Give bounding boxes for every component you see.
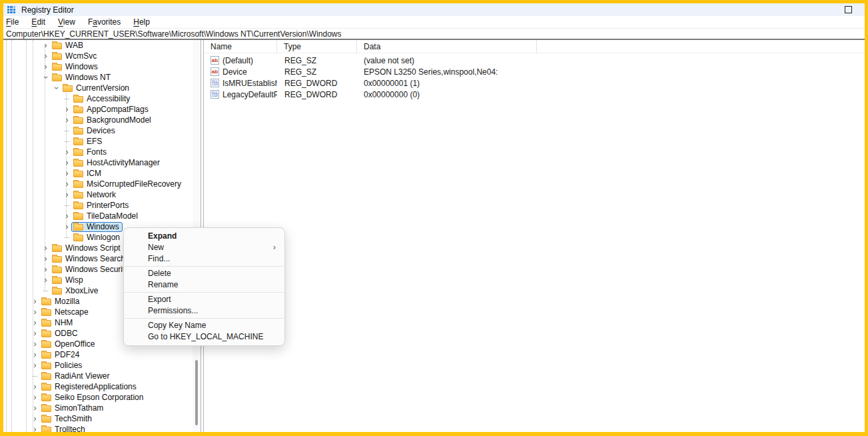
- context-menu-item-find[interactable]: Find...: [124, 253, 284, 265]
- chevron-down-icon[interactable]: ›: [53, 84, 61, 93]
- tree-node[interactable]: Netscape: [39, 307, 92, 317]
- tree-item-network[interactable]: ›Network: [3, 189, 193, 200]
- tree-item-seiko-epson-corporation[interactable]: ›Seiko Epson Corporation: [3, 392, 193, 403]
- tree-item-windows-nt[interactable]: ›Windows NT: [3, 72, 193, 83]
- tree-item-policies[interactable]: ›Policies: [3, 360, 193, 371]
- chevron-right-icon[interactable]: ›: [63, 180, 71, 188]
- tree-item-windows[interactable]: ›Windows: [3, 61, 193, 72]
- chevron-right-icon[interactable]: ›: [41, 255, 50, 263]
- tree-node[interactable]: HostActivityManager: [71, 158, 163, 168]
- tree-item-accessibility[interactable]: Accessibility: [3, 93, 193, 104]
- registry-value-row[interactable]: 011 110LegacyDefaultPr...REG_DWORD0x0000…: [204, 89, 865, 100]
- menu-file[interactable]: File: [6, 17, 19, 27]
- tree-item-fonts[interactable]: ›Fonts: [3, 147, 193, 157]
- tree-node[interactable]: Wisp: [50, 275, 87, 285]
- chevron-right-icon[interactable]: ›: [31, 308, 39, 316]
- tree-item-registeredapplications[interactable]: ›RegisteredApplications: [3, 381, 193, 392]
- chevron-right-icon[interactable]: ›: [31, 383, 39, 391]
- tree-node[interactable]: Fonts: [71, 147, 110, 157]
- chevron-right-icon[interactable]: ›: [31, 361, 39, 369]
- menu-favorites[interactable]: Favorites: [88, 17, 121, 27]
- tree-node[interactable]: CurrentVersion: [61, 83, 133, 93]
- chevron-right-icon[interactable]: ›: [63, 212, 71, 220]
- chevron-right-icon[interactable]: ›: [31, 404, 39, 412]
- chevron-right-icon[interactable]: ›: [41, 276, 50, 284]
- tree-node[interactable]: PrinterPorts: [71, 201, 132, 211]
- address-bar-input[interactable]: Computer\HKEY_CURRENT_USER\Software\Micr…: [3, 28, 865, 39]
- tree-item-hostactivitymanager[interactable]: ›HostActivityManager: [3, 157, 193, 168]
- chevron-right-icon[interactable]: ›: [31, 351, 39, 359]
- tree-node[interactable]: TileDataModel: [71, 211, 141, 221]
- tree-item-backgroundmodel[interactable]: ›BackgroundModel: [3, 115, 193, 125]
- context-menu-item-permissions[interactable]: Permissions...: [124, 305, 284, 317]
- chevron-right-icon[interactable]: ›: [63, 223, 71, 231]
- tree-item-simontatham[interactable]: ›SimonTatham: [3, 403, 193, 413]
- tree-node[interactable]: BackgroundModel: [71, 115, 155, 125]
- menu-help[interactable]: Help: [133, 17, 150, 27]
- tree-item-msicorruptedfilerecovery[interactable]: ›MsiCorruptedFileRecovery: [3, 179, 193, 189]
- tree-node[interactable]: WcmSvc: [50, 51, 100, 61]
- tree-item-wab[interactable]: ›WAB: [3, 40, 193, 51]
- menu-view[interactable]: View: [58, 17, 75, 27]
- context-menu-item-copy-key-name[interactable]: Copy Key Name: [124, 320, 284, 331]
- tree-node[interactable]: EFS: [71, 137, 105, 147]
- tree-node[interactable]: SimonTatham: [39, 403, 107, 413]
- context-menu-item-delete[interactable]: Delete: [124, 268, 284, 279]
- chevron-right-icon[interactable]: ›: [41, 52, 50, 60]
- tree-item-printerports[interactable]: PrinterPorts: [3, 200, 193, 211]
- tree-node[interactable]: Windows: [50, 62, 101, 72]
- tree-node[interactable]: ICM: [71, 169, 105, 179]
- tree-node[interactable]: Accessibility: [71, 94, 133, 104]
- registry-value-row[interactable]: ab(Default)REG_SZ(value not set): [204, 55, 865, 66]
- tree-node[interactable]: TechSmith: [39, 414, 95, 424]
- tree-node[interactable]: AppCompatFlags: [71, 105, 152, 115]
- tree-item-techsmith[interactable]: ›TechSmith: [3, 413, 193, 424]
- tree-node[interactable]: Seiko Epson Corporation: [39, 393, 147, 403]
- tree-node[interactable]: MsiCorruptedFileRecovery: [71, 179, 185, 189]
- chevron-right-icon[interactable]: ›: [63, 148, 71, 156]
- chevron-down-icon[interactable]: ›: [42, 73, 50, 82]
- tree-node[interactable]: Windows NT: [50, 73, 114, 83]
- tree-node[interactable]: Devices: [71, 126, 119, 136]
- chevron-right-icon[interactable]: ›: [31, 415, 39, 423]
- tree-node[interactable]: RegisteredApplications: [39, 382, 140, 392]
- context-menu-item-rename[interactable]: Rename: [124, 279, 284, 291]
- maximize-icon[interactable]: [845, 6, 852, 13]
- chevron-right-icon[interactable]: ›: [41, 41, 50, 49]
- chevron-right-icon[interactable]: ›: [63, 105, 71, 113]
- tree-node[interactable]: Windows Search: [50, 254, 129, 264]
- tree-node[interactable]: Windows Security: [50, 265, 132, 275]
- chevron-right-icon[interactable]: ›: [41, 244, 50, 252]
- tree-item-appcompatflags[interactable]: ›AppCompatFlags: [3, 104, 193, 115]
- tree-item-trolltech[interactable]: ›Trolltech: [3, 424, 193, 432]
- chevron-right-icon[interactable]: ›: [63, 116, 71, 124]
- tree-node[interactable]: Policies: [39, 361, 85, 371]
- chevron-right-icon[interactable]: ›: [31, 340, 39, 348]
- tree-node[interactable]: NHM: [39, 318, 76, 328]
- tree-node[interactable]: PDF24: [39, 350, 83, 360]
- tree-node[interactable]: Trolltech: [39, 425, 89, 433]
- tree-node[interactable]: WAB: [50, 41, 87, 51]
- tree-item-devices[interactable]: Devices: [3, 125, 193, 136]
- chevron-right-icon[interactable]: ›: [31, 393, 39, 401]
- tree-node[interactable]: OpenOffice: [39, 339, 98, 349]
- tree-item-tiledatamodel[interactable]: ›TileDataModel: [3, 211, 193, 221]
- tree-node[interactable]: Mozilla: [39, 297, 83, 307]
- tree-item-efs[interactable]: EFS: [3, 136, 193, 147]
- tree-item-icm[interactable]: ›ICM: [3, 168, 193, 179]
- chevron-right-icon[interactable]: ›: [63, 159, 71, 167]
- tree-node[interactable]: Winlogon: [71, 233, 123, 243]
- menu-edit[interactable]: Edit: [31, 17, 45, 27]
- context-menu-item-expand[interactable]: Expand: [124, 231, 284, 242]
- column-header-name[interactable]: Name: [204, 40, 277, 53]
- context-menu-item-export[interactable]: Export: [124, 294, 284, 305]
- tree-item-pdf24[interactable]: ›PDF24: [3, 349, 193, 360]
- tree-node[interactable]: XboxLive: [50, 286, 101, 296]
- chevron-right-icon[interactable]: ›: [63, 191, 71, 199]
- column-header-type[interactable]: Type: [277, 40, 357, 53]
- tree-item-radiant-viewer[interactable]: RadiAnt Viewer: [3, 371, 193, 381]
- chevron-right-icon[interactable]: ›: [41, 63, 50, 71]
- tree-item-currentversion[interactable]: ›CurrentVersion: [3, 83, 193, 93]
- tree-node[interactable]: Windows Script: [50, 243, 124, 253]
- tree-node[interactable]: ODBC: [39, 329, 81, 339]
